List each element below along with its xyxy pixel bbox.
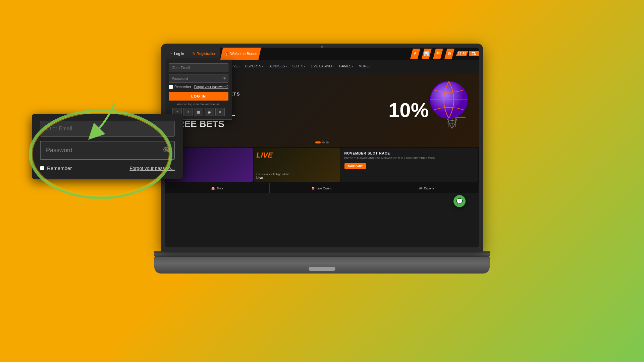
slots-nav-item[interactable]: 🎰 Slots [165, 183, 270, 193]
dot-3 [326, 141, 329, 143]
slot-race-desc: ENTER THE RACE AND BAG A SHARE OF THE 3,… [344, 157, 474, 160]
live-card-label: Live [256, 176, 263, 180]
zoomed-id-email-input[interactable] [40, 121, 175, 137]
settings-icon-btn[interactable]: ⚙ [444, 49, 454, 59]
esports-nav-icon: 🎮 [419, 187, 423, 190]
hero-dots [315, 141, 329, 143]
slot-race-btn[interactable]: TAKE PART [344, 163, 366, 169]
laptop-screen: → Log in ✎ Registration 🎁 Welcome Bonus [165, 48, 479, 247]
laptop: → Log in ✎ Registration 🎁 Welcome Bonus [161, 44, 483, 318]
chat-bubble[interactable]: 💬 [453, 195, 466, 207]
basketball-svg [425, 76, 472, 130]
dot-1 [315, 141, 321, 143]
lang-badge[interactable]: EN [469, 51, 479, 56]
remember-label: Remember [174, 85, 191, 89]
login-button[interactable]: LOG IN [169, 92, 228, 101]
time-badge: 11:59 [456, 51, 468, 56]
zoomed-remember-left: Remember [40, 165, 72, 171]
registration-icon: ✎ [192, 52, 195, 56]
trophy-icon-btn[interactable]: 🏆 [433, 49, 443, 59]
zoomed-forgot-link[interactable]: Forgot your passwo... [129, 166, 175, 171]
zoomed-remember-checkbox[interactable] [40, 166, 44, 170]
gift-icon: 🎁 [224, 52, 229, 56]
remember-row: Remember Forgot your password? [169, 85, 228, 89]
steam-social-btn[interactable]: ◉ [205, 108, 214, 116]
currency-icon-btn[interactable]: € [410, 49, 420, 59]
hero-percentage: 10% [388, 99, 429, 122]
nav-slots[interactable]: SLOTS ▾ [290, 60, 308, 73]
slots-nav-icon: 🎰 [211, 187, 215, 190]
zoomed-remember-label: Remember [47, 165, 72, 171]
nav-games[interactable]: GAMES ▾ [336, 60, 356, 73]
cards-row: 🎰 Slots LIVE Live events with high odds!… [165, 147, 479, 183]
slot-race-card: NOVEMBER SLOT RACE ENTER THE RACE AND BA… [341, 148, 478, 182]
login-tab[interactable]: → Log in [165, 48, 188, 60]
nav-bonuses[interactable]: BONUSES ▾ [266, 60, 290, 73]
login-tab-label: Log in [174, 52, 184, 56]
remember-left: Remember [169, 85, 191, 89]
zoomed-password-wrap [40, 141, 175, 160]
bottom-category-nav: 🎰 Slots 🎴 Live Casino 🎮 Esports [165, 183, 479, 193]
basketball-graphic [425, 76, 472, 131]
live-card[interactable]: LIVE Live events with high odds! Live [254, 148, 340, 182]
social-login-text: You can log in to the website via: [169, 103, 228, 106]
eye-icon[interactable]: 👁 [222, 76, 226, 81]
welcome-bonus-label: Welcome Bonus [230, 52, 257, 56]
slots-nav-label: Slots [216, 187, 223, 190]
top-nav: → Log in ✎ Registration 🎁 Welcome Bonus [165, 48, 479, 60]
laptop-base [154, 257, 490, 274]
live-casino-nav-item[interactable]: 🎴 Live Casino [270, 183, 374, 193]
slot-race-title: NOVEMBER SLOT RACE [344, 152, 474, 155]
login-icon: → [169, 52, 173, 56]
esports-nav-label: Esports [424, 187, 434, 190]
live-casino-nav-icon: 🎴 [311, 187, 315, 190]
zoomed-eye-icon[interactable] [163, 147, 170, 154]
remember-checkbox[interactable] [169, 85, 173, 89]
zoomed-remember-row: Remember Forgot your passwo... [40, 165, 175, 171]
welcome-bonus-tab[interactable]: 🎁 Welcome Bonus [220, 48, 261, 60]
chart-icon-btn[interactable]: 📊 [422, 49, 432, 59]
login-dropdown: 👁 Remember Forgot your password? LOG IN … [165, 60, 232, 120]
trackpad [309, 267, 335, 271]
live-card-desc: Live events with high odds! [256, 173, 288, 176]
live-casino-nav-label: Live Casino [316, 187, 332, 190]
forgot-password-link[interactable]: Forgot your password? [194, 85, 228, 89]
dot-2 [322, 141, 325, 143]
esports-nav-item[interactable]: 🎮 Esports [374, 183, 479, 193]
website: → Log in ✎ Registration 🎁 Welcome Bonus [165, 48, 479, 247]
nav-more[interactable]: MORE ▾ [356, 60, 373, 73]
registration-tab-label: Registration [197, 52, 216, 56]
laptop-hinge [154, 251, 490, 257]
telegram-social-btn[interactable]: ✈ [183, 108, 193, 116]
zoomed-password-input[interactable] [40, 141, 175, 160]
id-email-input[interactable] [169, 63, 228, 72]
zoomed-login-panel: Remember Forgot your passwo... [32, 114, 183, 179]
close-social-btn[interactable]: ✕ [215, 108, 225, 116]
nav-right-icons: € 📊 🏆 ⚙ 11:59 EN [410, 48, 479, 60]
password-field-wrap: 👁 [169, 74, 228, 83]
screen-bezel: → Log in ✎ Registration 🎁 Welcome Bonus [161, 44, 483, 251]
nav-live-casino[interactable]: LIVE CASINO ▾ [308, 60, 336, 73]
password-input[interactable] [169, 74, 228, 83]
nav-esports[interactable]: ESPORTS ▾ [243, 60, 266, 73]
google-social-btn[interactable]: ▦ [194, 108, 203, 116]
registration-tab[interactable]: ✎ Registration [188, 48, 220, 60]
